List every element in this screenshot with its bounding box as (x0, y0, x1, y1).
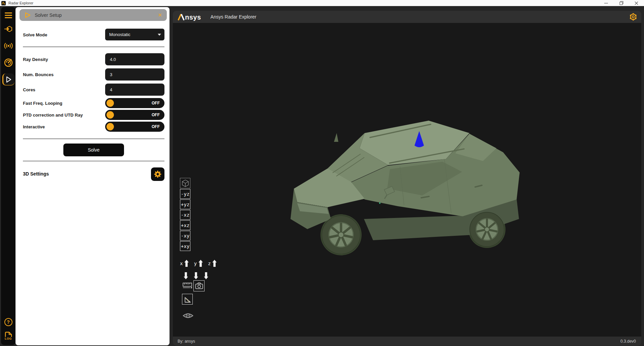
sidebar-item-antenna[interactable] (2, 40, 14, 52)
app-logo-icon (1, 1, 6, 5)
hamburger-icon (5, 12, 12, 13)
view-plus-xy-button[interactable]: +xy (180, 241, 190, 251)
viewport-statusbar: By: ansys 0.3.dev0 (173, 337, 641, 346)
car-3d-model[interactable] (285, 116, 541, 264)
panel-title: Solver Setup (35, 12, 62, 18)
scale-legend-button[interactable] (182, 294, 193, 305)
screenshot-button[interactable] (193, 280, 205, 291)
num-bounces-label: Num. Bounces (23, 72, 54, 77)
play-icon (25, 12, 31, 18)
close-icon (635, 1, 638, 5)
interactive-label: Interactive (23, 124, 45, 129)
solve-button[interactable]: Solve (63, 144, 124, 156)
view-minus-xz-button[interactable]: -xz (180, 210, 190, 220)
axis-y-label: y (194, 261, 196, 266)
ansys-logo-text: nsys (185, 14, 201, 21)
settings-3d-label: 3D Settings (23, 171, 49, 177)
view-plus-yz-button[interactable]: +yz (180, 199, 190, 209)
solve-mode-label: Solve Mode (23, 32, 47, 37)
sidebar-rail: ? LOG (1, 7, 16, 345)
solver-setup-header[interactable]: Solver Setup ✕ (20, 9, 167, 21)
y-down-arrow-button[interactable] (193, 272, 198, 280)
ray-density-input[interactable] (105, 53, 164, 65)
chevron-down-icon (158, 34, 161, 36)
main-topbar: nsys Ansys Radar Explorer (173, 11, 641, 23)
solver-setup-panel: Solver Setup ✕ Solve Mode Monostatic Ray… (16, 7, 170, 345)
app-title: Ansys Radar Explorer (211, 14, 256, 20)
interactive-toggle[interactable]: OFF (105, 122, 164, 132)
sidebar-item-radar[interactable] (2, 57, 14, 69)
restore-button[interactable] (614, 0, 629, 6)
ansys-logo-mark (178, 13, 185, 21)
panel-close-button[interactable]: ✕ (158, 12, 162, 18)
x-down-arrow-button[interactable] (183, 272, 188, 280)
x-up-arrow-button[interactable] (184, 259, 189, 267)
radar-icon (4, 58, 13, 67)
minimize-button[interactable] (599, 0, 614, 6)
log-button[interactable]: LOG (4, 332, 12, 340)
fast-freq-label: Fast Freq. Looping (23, 101, 62, 106)
camera-icon (195, 282, 203, 289)
solver-play-icon (6, 76, 12, 83)
import-geometry-icon (4, 25, 13, 33)
toggle-knob (106, 99, 114, 107)
axis-x-label: x (180, 261, 183, 266)
sidebar-item-import[interactable] (2, 23, 14, 35)
window-title: Radar Explorer (8, 1, 33, 5)
window-titlebar: Radar Explorer (0, 0, 644, 6)
ruler-icon (183, 282, 193, 289)
cores-label: Cores (23, 87, 35, 92)
isometric-view-button[interactable] (180, 178, 190, 188)
toggle-state: OFF (152, 124, 160, 129)
close-button[interactable] (629, 0, 644, 6)
minimize-icon (604, 1, 608, 5)
ansys-logo: nsys (178, 13, 201, 21)
settings-3d-button[interactable] (151, 167, 164, 181)
help-icon: ? (4, 318, 12, 326)
menu-button[interactable] (5, 12, 12, 18)
toggle-state: OFF (152, 101, 160, 105)
scale-triangle-icon (183, 295, 191, 303)
eye-icon (183, 312, 193, 320)
main-area: nsys Ansys Radar Explorer (173, 11, 641, 346)
z-down-arrow-button[interactable] (204, 272, 209, 280)
fast-freq-toggle[interactable]: OFF (105, 98, 164, 108)
solve-mode-dropdown[interactable]: Monostatic (105, 29, 164, 40)
settings-button[interactable] (629, 13, 637, 21)
ptd-utd-label: PTD correction and UTD Ray (23, 113, 83, 118)
y-up-arrow-button[interactable] (198, 259, 203, 267)
num-bounces-input[interactable] (105, 68, 164, 81)
status-author: By: ansys (178, 339, 195, 344)
cores-input[interactable] (105, 84, 164, 96)
help-button[interactable]: ? (2, 316, 14, 328)
separator (23, 138, 164, 139)
view-minus-yz-button[interactable]: -yz (180, 189, 190, 199)
gear-icon (154, 170, 162, 178)
toggle-knob (106, 111, 114, 119)
ptd-utd-toggle[interactable]: OFF (105, 110, 164, 120)
sidebar-item-solver[interactable] (2, 73, 14, 86)
separator (23, 46, 164, 47)
antenna-signal-icon (4, 42, 13, 50)
toggle-knob (106, 123, 114, 130)
cube-icon (182, 179, 189, 187)
visibility-button[interactable] (183, 312, 193, 320)
log-label: LOG (5, 337, 12, 340)
view-plus-xz-button[interactable]: +xz (180, 220, 190, 230)
z-up-arrow-button[interactable] (212, 259, 217, 267)
view-minus-xy-button[interactable]: -xy (180, 231, 190, 241)
view-orientation-controls: -yz +yz -xz +xz -xy +xy (180, 178, 190, 251)
gear-icon (629, 13, 637, 21)
toggle-state: OFF (152, 113, 160, 117)
ray-density-label: Ray Density (23, 57, 48, 62)
ruler-button[interactable] (183, 282, 193, 289)
separator (23, 161, 164, 161)
restore-icon (619, 1, 623, 5)
status-version: 0.3.dev0 (620, 339, 636, 344)
axis-z-label: z (208, 261, 211, 266)
